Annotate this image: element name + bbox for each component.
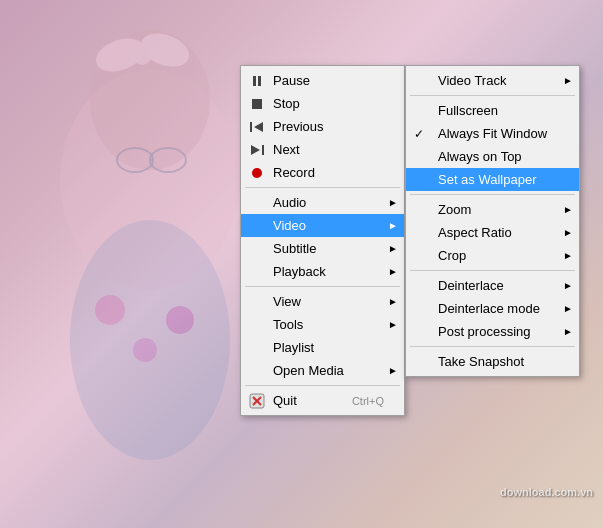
- quit-shortcut: Ctrl+Q: [332, 395, 384, 407]
- svg-marker-15: [251, 145, 260, 155]
- tools-label: Tools: [273, 317, 303, 332]
- menu-item-audio[interactable]: Audio ►: [241, 191, 404, 214]
- zoom-arrow: ►: [563, 204, 573, 215]
- submenu-crop[interactable]: Crop ►: [406, 244, 579, 267]
- submenu-sep-1: [410, 95, 575, 96]
- video-track-arrow: ►: [563, 75, 573, 86]
- aspect-ratio-arrow: ►: [563, 227, 573, 238]
- post-processing-arrow: ►: [563, 326, 573, 337]
- record-icon: [247, 168, 267, 178]
- fullscreen-label: Fullscreen: [438, 103, 498, 118]
- deinterlace-arrow: ►: [563, 280, 573, 291]
- crop-arrow: ►: [563, 250, 573, 261]
- menu-item-pause[interactable]: Pause: [241, 69, 404, 92]
- separator-3: [245, 385, 400, 386]
- svg-rect-14: [262, 145, 264, 155]
- menu-item-previous[interactable]: Previous: [241, 115, 404, 138]
- playback-label: Playback: [273, 264, 326, 279]
- separator-2: [245, 286, 400, 287]
- video-arrow: ►: [388, 220, 398, 231]
- submenu-sep-4: [410, 346, 575, 347]
- menu-item-record[interactable]: Record: [241, 161, 404, 184]
- stop-label: Stop: [273, 96, 300, 111]
- submenu-post-processing[interactable]: Post processing ►: [406, 320, 579, 343]
- always-fit-label: Always Fit Window: [438, 126, 547, 141]
- svg-marker-13: [254, 122, 263, 132]
- playback-arrow: ►: [388, 266, 398, 277]
- menu-item-open-media[interactable]: Open Media ►: [241, 359, 404, 382]
- submenu-always-on-top[interactable]: Always on Top: [406, 145, 579, 168]
- menu-item-subtitle[interactable]: Subtitle ►: [241, 237, 404, 260]
- submenu-sep-3: [410, 270, 575, 271]
- svg-point-10: [133, 338, 157, 362]
- svg-point-11: [166, 306, 194, 334]
- post-processing-label: Post processing: [438, 324, 531, 339]
- watermark-text: download.com.vn: [500, 486, 593, 498]
- context-menu: Pause Stop Previous Next R: [240, 65, 405, 416]
- submenu-deinterlace-mode[interactable]: Deinterlace mode ►: [406, 297, 579, 320]
- aspect-ratio-label: Aspect Ratio: [438, 225, 512, 240]
- next-icon: [247, 144, 267, 156]
- previous-icon: [247, 121, 267, 133]
- svg-point-4: [132, 45, 152, 65]
- record-label: Record: [273, 165, 315, 180]
- tools-arrow: ►: [388, 319, 398, 330]
- pause-icon: [247, 76, 267, 86]
- submenu-sep-2: [410, 194, 575, 195]
- open-media-arrow: ►: [388, 365, 398, 376]
- subtitle-label: Subtitle: [273, 241, 316, 256]
- audio-arrow: ►: [388, 197, 398, 208]
- menu-item-next[interactable]: Next: [241, 138, 404, 161]
- view-arrow: ►: [388, 296, 398, 307]
- zoom-label: Zoom: [438, 202, 471, 217]
- open-media-label: Open Media: [273, 363, 344, 378]
- subtitle-arrow: ►: [388, 243, 398, 254]
- pause-label: Pause: [273, 73, 310, 88]
- menu-item-playlist[interactable]: Playlist: [241, 336, 404, 359]
- svg-rect-12: [250, 122, 252, 132]
- video-track-label: Video Track: [438, 73, 506, 88]
- quit-label: Quit: [273, 393, 297, 408]
- crop-label: Crop: [438, 248, 466, 263]
- playlist-label: Playlist: [273, 340, 314, 355]
- video-label: Video: [273, 218, 306, 233]
- menu-item-quit[interactable]: Quit Ctrl+Q: [241, 389, 404, 412]
- audio-label: Audio: [273, 195, 306, 210]
- quit-icon: [247, 393, 267, 409]
- set-wallpaper-label: Set as Wallpaper: [438, 172, 537, 187]
- always-on-top-label: Always on Top: [438, 149, 522, 164]
- submenu-take-snapshot[interactable]: Take Snapshot: [406, 350, 579, 373]
- menu-item-stop[interactable]: Stop: [241, 92, 404, 115]
- submenu-fullscreen[interactable]: Fullscreen: [406, 99, 579, 122]
- menu-item-playback[interactable]: Playback ►: [241, 260, 404, 283]
- submenu-aspect-ratio[interactable]: Aspect Ratio ►: [406, 221, 579, 244]
- submenu-always-fit[interactable]: ✓ Always Fit Window: [406, 122, 579, 145]
- svg-point-9: [95, 295, 125, 325]
- video-submenu: Video Track ► Fullscreen ✓ Always Fit Wi…: [405, 65, 580, 377]
- deinterlace-mode-label: Deinterlace mode: [438, 301, 540, 316]
- deinterlace-mode-arrow: ►: [563, 303, 573, 314]
- stop-icon: [247, 99, 267, 109]
- submenu-video-track[interactable]: Video Track ►: [406, 69, 579, 92]
- submenu-set-wallpaper[interactable]: Set as Wallpaper: [406, 168, 579, 191]
- view-label: View: [273, 294, 301, 309]
- always-fit-check: ✓: [414, 127, 424, 141]
- menu-item-view[interactable]: View ►: [241, 290, 404, 313]
- next-label: Next: [273, 142, 300, 157]
- watermark: download.com.vn: [500, 486, 593, 498]
- menu-item-video[interactable]: Video ►: [241, 214, 404, 237]
- menu-item-tools[interactable]: Tools ►: [241, 313, 404, 336]
- deinterlace-label: Deinterlace: [438, 278, 504, 293]
- submenu-deinterlace[interactable]: Deinterlace ►: [406, 274, 579, 297]
- take-snapshot-label: Take Snapshot: [438, 354, 524, 369]
- previous-label: Previous: [273, 119, 324, 134]
- submenu-zoom[interactable]: Zoom ►: [406, 198, 579, 221]
- separator-1: [245, 187, 400, 188]
